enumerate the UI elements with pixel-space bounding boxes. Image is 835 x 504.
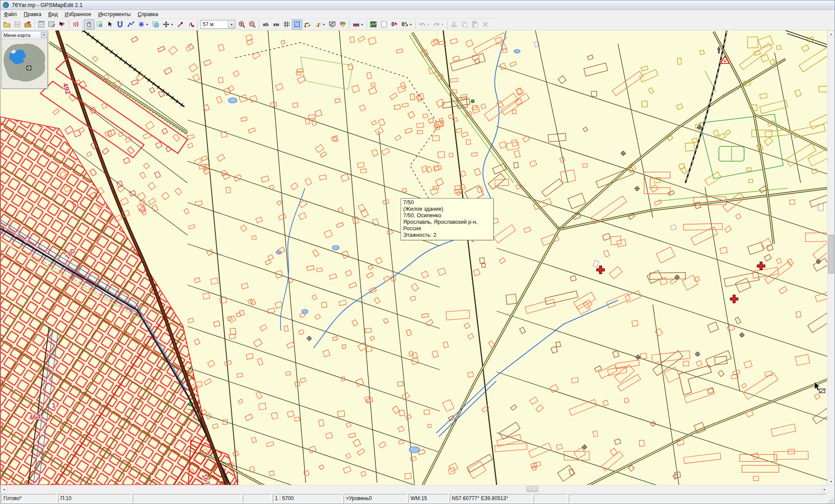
dropdown-arrow-icon[interactable]: ▼ bbox=[441, 23, 444, 26]
scroll-left-button[interactable]: ◄ bbox=[0, 486, 7, 493]
search-objects-icon: 0 bbox=[391, 21, 398, 28]
open-file-icon bbox=[3, 21, 10, 28]
attach-nodes-tool-button[interactable] bbox=[175, 20, 186, 30]
menu-item-4[interactable]: Инструменты bbox=[95, 10, 134, 18]
resize-grip[interactable] bbox=[828, 497, 834, 503]
close-map-button[interactable] bbox=[23, 20, 33, 30]
window-title: 76Yar.mp - GPSMapEdit 2.1 bbox=[12, 2, 83, 8]
show-scale-icon: км bbox=[273, 22, 279, 27]
zoom-out-button[interactable] bbox=[247, 20, 257, 30]
search-objects-button[interactable]: 0 bbox=[389, 20, 400, 30]
tooltip-line: (Жилое здание) bbox=[403, 206, 491, 212]
minimap-panel: Мини-карта ✕ bbox=[1, 31, 48, 89]
junctions-button[interactable] bbox=[302, 20, 313, 30]
routing-button[interactable] bbox=[70, 20, 81, 30]
attach-nodes-tool-icon bbox=[177, 21, 184, 28]
zoom-in-icon bbox=[238, 21, 245, 28]
toolbar-separator bbox=[349, 20, 350, 29]
dropdown-arrow-icon[interactable]: ▼ bbox=[170, 23, 174, 26]
open-file-button[interactable] bbox=[2, 20, 12, 30]
select-objects-tool-icon bbox=[107, 21, 114, 28]
show-scale-button[interactable]: км bbox=[271, 20, 281, 30]
toolbar-separator bbox=[82, 20, 83, 29]
view-mode-icon: 0 bbox=[401, 21, 408, 28]
horizontal-scroll-thumb[interactable] bbox=[527, 486, 538, 492]
move-tool-button[interactable]: ▼ bbox=[161, 20, 175, 30]
status-cell-0: Готово* bbox=[1, 494, 57, 503]
crop-tool-button[interactable] bbox=[150, 20, 161, 30]
menu-item-2[interactable]: Вид bbox=[45, 10, 61, 18]
map-source-icon bbox=[370, 21, 377, 28]
map-canvas[interactable]: 4921804641167 Мини-карта ✕ bbox=[0, 30, 828, 485]
redo-button: ▼ bbox=[431, 20, 446, 30]
vertical-scrollbar[interactable]: ▲ ▼ bbox=[827, 30, 835, 485]
delete-icon bbox=[482, 21, 489, 28]
app-globe-icon bbox=[3, 2, 9, 8]
minimap-thumbnail[interactable] bbox=[2, 39, 47, 88]
node-snap-icon bbox=[314, 21, 321, 28]
dropdown-arrow-icon[interactable]: ▼ bbox=[361, 23, 364, 26]
add-label-tool-button[interactable]: A bbox=[186, 20, 196, 30]
address-search-button[interactable]: P bbox=[57, 20, 67, 30]
menu-bar: ФайлПравкаВидИзбранноеИнструментыСправка bbox=[0, 10, 835, 19]
status-cell-2 bbox=[133, 494, 241, 503]
title-bar[interactable]: 76Yar.mp - GPSMapEdit 2.1 bbox=[0, 0, 835, 10]
map-source-button[interactable] bbox=[368, 20, 379, 30]
pan-tool-button[interactable] bbox=[84, 20, 94, 30]
screen-preview-button[interactable] bbox=[327, 20, 337, 30]
menu-item-0[interactable]: Файл bbox=[0, 10, 20, 18]
view-mode-button[interactable]: 0▼ bbox=[400, 20, 414, 30]
paste-button bbox=[470, 20, 480, 30]
horizontal-scrollbar[interactable]: ◄ ► bbox=[0, 485, 828, 493]
minimap-close-button[interactable]: ✕ bbox=[41, 32, 47, 38]
toolbar-separator bbox=[69, 20, 69, 29]
show-grid-icon bbox=[283, 21, 290, 28]
status-cell-3 bbox=[243, 494, 271, 503]
tooltip-line: Ярославль, Ярославский р-н, Россия bbox=[403, 219, 491, 232]
language-flag-button[interactable]: ▼ bbox=[351, 20, 365, 30]
dropdown-arrow-icon[interactable]: ▼ bbox=[427, 23, 430, 26]
dropdown-arrow-icon[interactable]: ▼ bbox=[409, 23, 412, 26]
menu-item-1[interactable]: Правка bbox=[20, 10, 45, 18]
draw-polyline-tool-button[interactable] bbox=[126, 20, 136, 30]
show-hatch-icon bbox=[294, 21, 301, 28]
zoom-scale-combobox[interactable]: 57 м▼ bbox=[200, 20, 235, 29]
dropdown-arrow-icon[interactable]: ▼ bbox=[146, 23, 149, 26]
add-label-tool-icon: A bbox=[187, 21, 194, 28]
select-objects-tool-button[interactable] bbox=[105, 20, 115, 30]
select-view-button[interactable] bbox=[379, 20, 389, 30]
menu-item-5[interactable]: Справка bbox=[134, 10, 161, 18]
scroll-down-button[interactable]: ▼ bbox=[828, 478, 835, 485]
show-labels-button[interactable]: ab bbox=[261, 20, 271, 30]
zoom-in-button[interactable] bbox=[237, 20, 247, 30]
show-grid-button[interactable] bbox=[281, 20, 292, 30]
delete-button bbox=[480, 20, 491, 30]
minimap-titlebar[interactable]: Мини-карта ✕ bbox=[2, 31, 47, 39]
select-area-tool-button[interactable] bbox=[94, 20, 105, 30]
edit-nodes-tool-button[interactable] bbox=[115, 20, 126, 30]
zoom-out-icon bbox=[249, 21, 256, 28]
toolbar-separator bbox=[34, 20, 35, 29]
menu-item-3[interactable]: Избранное bbox=[61, 10, 95, 18]
edit-nodes-tool-icon bbox=[117, 21, 124, 28]
draw-polyline-tool-icon bbox=[127, 21, 134, 28]
dropdown-arrow-icon[interactable]: ▼ bbox=[322, 23, 325, 26]
undo-icon bbox=[419, 21, 426, 28]
map-image: 4921804641167 bbox=[0, 30, 828, 485]
show-hatch-button[interactable] bbox=[292, 20, 302, 30]
scrollbar-corner bbox=[827, 485, 835, 493]
zoom-scale-dropdown-button[interactable]: ▼ bbox=[228, 20, 235, 28]
edit-objects-table-icon bbox=[48, 21, 55, 28]
node-snap-button[interactable]: ▼ bbox=[313, 20, 327, 30]
map-properties-button[interactable] bbox=[36, 20, 47, 30]
copy-icon bbox=[461, 21, 468, 28]
create-object-tool-button[interactable]: ▼ bbox=[136, 20, 150, 30]
pan-tool-icon bbox=[86, 21, 93, 28]
scroll-up-button[interactable]: ▲ bbox=[828, 30, 835, 37]
move-tool-icon bbox=[163, 21, 170, 28]
vertical-scroll-thumb[interactable] bbox=[828, 235, 834, 274]
edit-objects-table-button[interactable] bbox=[47, 20, 57, 30]
paste-icon bbox=[471, 21, 478, 28]
junctions-icon bbox=[304, 21, 311, 28]
palette-button[interactable] bbox=[337, 20, 348, 30]
